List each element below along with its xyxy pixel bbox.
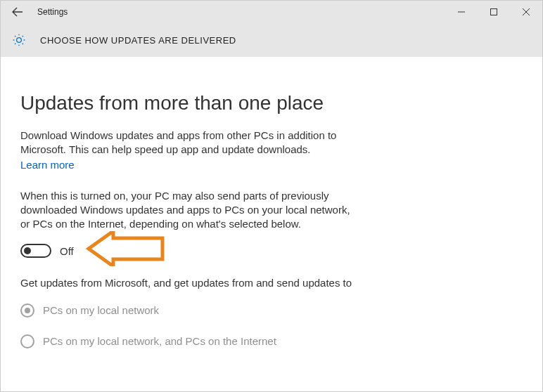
radio-option-internet[interactable]: PCs on my local network, and PCs on the … xyxy=(20,334,361,348)
close-button[interactable] xyxy=(510,1,542,23)
page-heading: Updates from more than one place xyxy=(20,92,361,115)
back-button[interactable] xyxy=(6,1,29,23)
radio-label-1: PCs on my local network xyxy=(43,304,159,316)
titlebar: Settings xyxy=(1,1,542,23)
radio-circle-icon xyxy=(20,334,34,348)
window-controls xyxy=(445,1,542,23)
minimize-icon xyxy=(458,8,465,15)
radio-label-2: PCs on my local network, and PCs on the … xyxy=(43,335,276,347)
maximize-button[interactable] xyxy=(478,1,510,23)
radio-circle-icon xyxy=(20,303,34,318)
page-subheader: CHOOSE HOW UPDATES ARE DELIVERED xyxy=(1,23,542,57)
radio-option-local[interactable]: PCs on my local network xyxy=(20,303,361,318)
maximize-icon xyxy=(490,8,497,15)
learn-more-link[interactable]: Learn more xyxy=(20,159,75,171)
gear-icon xyxy=(12,33,26,47)
description-2: When this is turned on, your PC may also… xyxy=(20,189,361,232)
delivery-toggle[interactable] xyxy=(20,244,51,258)
window-title: Settings xyxy=(37,7,68,17)
toggle-row: Off xyxy=(20,244,361,258)
description-3: Get updates from Microsoft, and get upda… xyxy=(20,276,361,290)
minimize-button[interactable] xyxy=(445,1,478,23)
content-area: Updates from more than one place Downloa… xyxy=(1,57,381,348)
description-1: Download Windows updates and apps from o… xyxy=(20,129,361,157)
subheader-text: CHOOSE HOW UPDATES ARE DELIVERED xyxy=(40,35,236,46)
close-icon xyxy=(523,8,530,15)
svg-rect-1 xyxy=(491,9,497,15)
radio-dot-icon xyxy=(25,308,30,313)
toggle-state-label: Off xyxy=(60,245,74,257)
arrow-left-icon xyxy=(12,6,23,18)
toggle-knob xyxy=(24,247,31,254)
